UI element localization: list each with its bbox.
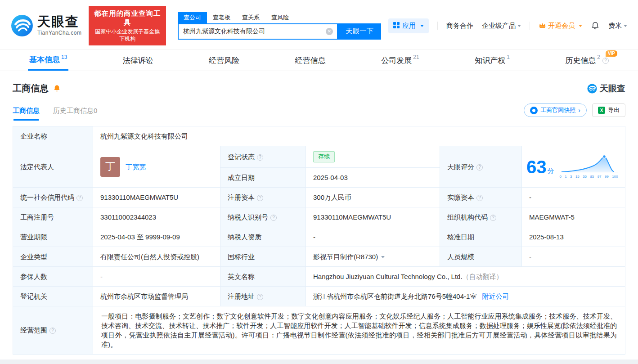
notification-bell-button[interactable] — [591, 21, 600, 30]
tab-label: 公司发展 — [381, 55, 412, 66]
subtab-history-business-info[interactable]: 历史工商信息0 — [53, 107, 97, 121]
export-button[interactable]: 导出 — [592, 103, 625, 117]
help-icon[interactable] — [476, 195, 483, 201]
field-label-industry: 国标行业 — [220, 247, 306, 266]
subtab-business-info[interactable]: 工商信息 — [13, 107, 40, 121]
clear-search-icon[interactable] — [326, 28, 333, 35]
field-value-legal-rep: 丁 丁宽宽 — [93, 146, 220, 187]
vip-label: 开通会员 — [548, 22, 575, 30]
help-icon[interactable] — [490, 215, 496, 221]
nearby-companies-link[interactable]: 附近公司 — [482, 292, 509, 300]
bell-icon — [591, 21, 600, 30]
field-value-reg-number: 330110002344023 — [93, 207, 220, 227]
tab-legal-litigation[interactable]: 法律诉讼 — [121, 50, 155, 71]
search-input[interactable] — [179, 24, 337, 39]
help-icon[interactable] — [76, 195, 83, 201]
help-icon[interactable] — [257, 294, 263, 300]
table-row: 参保人数 - 英文名称 Hangzhou Jiuziyuan Cultural … — [13, 266, 625, 286]
tab-operation-info[interactable]: 经营信息 — [294, 50, 327, 71]
chevron-down-icon — [420, 25, 424, 27]
table-row: 工商注册号 330110002344023 纳税人识别号 91330110MAE… — [13, 207, 625, 227]
tab-label: 知识产权 — [475, 55, 505, 66]
field-value-credit-code: 91330110MAEGMWAT5U — [93, 187, 220, 207]
field-label-taxpayer-quality: 纳税人资质 — [220, 227, 306, 247]
help-icon[interactable] — [476, 164, 483, 171]
chevron-down-icon[interactable] — [381, 256, 385, 258]
help-icon[interactable] — [602, 58, 609, 64]
apps-label: 应用 — [402, 22, 416, 30]
field-label-taxpayer-id: 纳税人识别号 — [220, 207, 306, 227]
logo-text: 天眼查 TianYanCha.com — [37, 15, 81, 36]
table-row: 企业名称 杭州九紫源文化科技有限公司 — [13, 126, 625, 146]
auto-translate-note: （自动翻译） — [463, 273, 503, 280]
promo-line1: 都在用的商业查询工具 — [94, 9, 161, 27]
field-value-org-code: MAEGMWAT-5 — [522, 207, 625, 227]
field-label-reg-capital: 注册资本 — [220, 187, 306, 207]
field-value-reg-capital: 300万人民币 — [306, 187, 440, 207]
brand-name: 天眼查 — [37, 15, 81, 28]
open-vip-button[interactable]: 开通会员 — [539, 22, 582, 30]
field-value-business-term: 2025-04-03 至 9999-09-09 — [93, 227, 220, 247]
search-tab-boss[interactable]: 查老板 — [207, 12, 236, 23]
tianyancha-swirl-icon — [11, 14, 33, 37]
table-row: 营业期限 2025-04-03 至 9999-09-09 纳税人资质 - 核准日… — [13, 227, 625, 247]
next-section-edge — [0, 360, 638, 364]
chevron-down-icon — [624, 25, 627, 27]
tab-label: 历史信息 — [565, 55, 596, 66]
tianyancha-logo[interactable]: 天眼查 TianYanCha.com — [11, 14, 81, 37]
tab-basic-info[interactable]: 基本信息 13 — [28, 50, 68, 71]
business-info-table: 企业名称 杭州九紫源文化科技有限公司 法定代表人 丁 丁宽宽 登记状态 存续 天… — [13, 126, 625, 354]
snapshot-icon — [530, 107, 538, 114]
search-tab-risk[interactable]: 查风险 — [265, 12, 295, 23]
field-value-industry: 影视节目制作(R8730) — [306, 247, 440, 266]
nav-cooperation[interactable]: 商务合作 — [446, 22, 473, 30]
field-label-approval-date: 核准日期 — [440, 227, 522, 247]
field-value-reg-authority: 杭州市余杭区市场监督管理局 — [93, 286, 220, 306]
official-snapshot-button[interactable]: 工商官网快照 — [524, 103, 587, 117]
company-tab-bar: 基本信息 13 法律诉讼 经营风险 经营信息 公司发展 21 知识产权 1 历史… — [0, 49, 638, 71]
field-value-score: 63分 — [522, 146, 625, 187]
chevron-right-icon — [578, 107, 580, 114]
nav-enterprise[interactable]: 企业级产品 — [482, 22, 521, 30]
help-icon[interactable] — [257, 195, 263, 201]
enterprise-label: 企业级产品 — [482, 22, 516, 30]
field-label-english-name: 英文名称 — [220, 266, 306, 286]
field-label-business-scope: 经营范围 — [13, 306, 93, 354]
field-value-taxpayer-id: 91330110MAEGMWAT5U — [306, 207, 440, 227]
help-icon[interactable] — [270, 215, 277, 221]
field-label-credit-code: 统一社会信用代码 — [13, 187, 93, 207]
tab-history-info[interactable]: 历史信息 2 VIP — [564, 50, 610, 71]
tab-intellectual-property[interactable]: 知识产权 1 — [473, 50, 511, 71]
field-label-business-term: 营业期限 — [13, 227, 93, 247]
brand-domain: TianYanCha.com — [37, 30, 81, 36]
main-content: 工商信息 天眼查 工商信息 历史工商信息0 工商官网快照 — [0, 82, 638, 354]
snapshot-label: 工商官网快照 — [540, 106, 575, 114]
search-tab-company[interactable]: 查公司 — [178, 12, 207, 23]
table-row: 经营范围 一般项目：电影摄制服务；文艺创作；数字文化创意软件开发；数字文化创意内… — [13, 306, 625, 354]
help-icon[interactable] — [49, 328, 56, 334]
tianyancha-swirl-icon — [587, 84, 597, 94]
field-value-approval-date: 2025-08-13 — [522, 227, 625, 247]
section-title: 工商信息 — [13, 82, 49, 94]
field-label-reg-authority: 登记机关 — [13, 286, 93, 306]
legal-rep-link[interactable]: 丁宽宽 — [126, 162, 146, 171]
user-menu[interactable]: 费米 — [608, 22, 627, 30]
field-value-established: 2025-04-03 — [306, 167, 440, 187]
chevron-down-icon — [579, 25, 582, 27]
search-button[interactable]: 天眼一下 — [338, 23, 381, 40]
help-icon[interactable] — [257, 154, 263, 161]
search-tab-relation[interactable]: 查关系 — [236, 12, 265, 23]
subscribe-bell-icon[interactable] — [53, 84, 61, 93]
tab-company-development[interactable]: 公司发展 21 — [380, 50, 420, 71]
field-label-score: 天眼评分 — [440, 146, 522, 187]
table-row: 登记机关 杭州市余杭区市场监督管理局 注册地址 浙江省杭州市余杭区仓前街道龙舟北… — [13, 286, 625, 306]
tab-operation-risk[interactable]: 经营风险 — [207, 50, 241, 71]
field-label-legal-rep: 法定代表人 — [13, 146, 93, 187]
field-value-taxpayer-quality: - — [306, 227, 440, 247]
vip-badge: VIP — [606, 50, 617, 57]
field-label-org-code: 组织机构代码 — [440, 207, 522, 227]
apps-menu-button[interactable]: 应用 — [388, 18, 429, 33]
field-value-business-scope: 一般项目：电影摄制服务；文艺创作；数字文化创意软件开发；数字文化创意内容应用服务… — [93, 306, 625, 354]
field-label-reg-number: 工商注册号 — [13, 207, 93, 227]
nav-divider — [437, 22, 438, 30]
